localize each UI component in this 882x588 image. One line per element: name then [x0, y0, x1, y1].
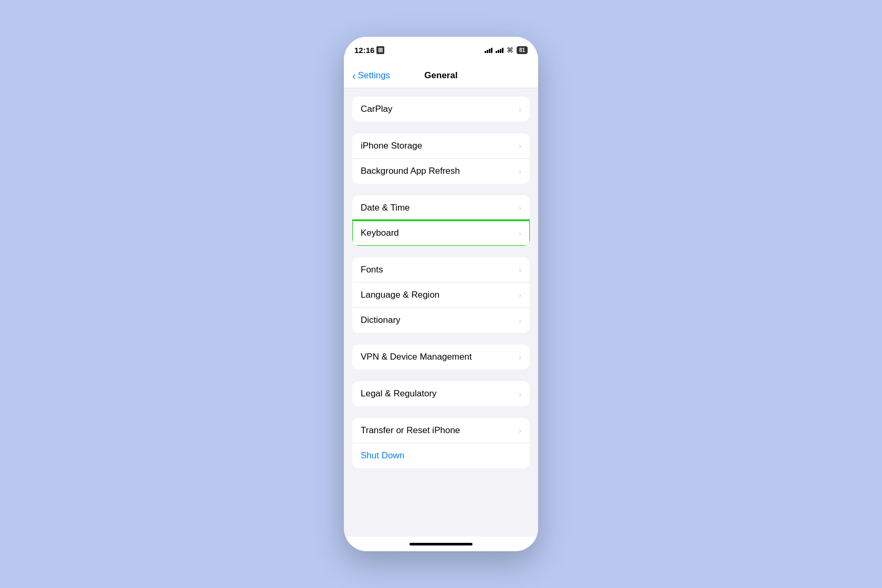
section-group-legal: Legal & Regulatory›: [352, 381, 530, 406]
signal-bar-6: [498, 50, 499, 53]
signal-bar-8: [502, 48, 503, 53]
nav-bar: ‹ Settings General: [344, 63, 538, 88]
row-iphone-storage[interactable]: iPhone Storage›: [352, 133, 530, 159]
chevron-right-icon: ›: [519, 203, 521, 212]
row-label: CarPlay: [361, 104, 392, 114]
row-dictionary[interactable]: Dictionary›: [352, 308, 530, 333]
row-background-app-refresh[interactable]: Background App Refresh›: [352, 159, 530, 184]
chevron-right-icon: ›: [519, 105, 521, 114]
signal-icon: [485, 47, 492, 53]
chevron-right-icon: ›: [519, 167, 521, 176]
row-carplay[interactable]: CarPlay›: [352, 97, 530, 122]
lock-icon: ⊞: [376, 46, 384, 54]
chevron-right-icon: ›: [519, 290, 521, 299]
row-keyboard[interactable]: Keyboard›: [352, 220, 530, 246]
row-label: Background App Refresh: [361, 166, 460, 176]
chevron-right-icon: ›: [519, 316, 521, 325]
row-label: Date & Time: [361, 203, 410, 213]
signal-icon-2: [496, 47, 503, 53]
signal-bar-4: [491, 48, 492, 53]
back-button[interactable]: ‹ Settings: [352, 70, 390, 81]
chevron-right-icon: ›: [519, 353, 521, 362]
signal-bar-1: [485, 51, 486, 53]
row-date-and-time[interactable]: Date & Time›: [352, 195, 530, 220]
signal-bar-3: [489, 49, 490, 53]
row-label: Shut Down: [361, 450, 404, 461]
back-chevron-icon: ‹: [352, 70, 356, 81]
scroll-content[interactable]: CarPlay›iPhone Storage›Background App Re…: [344, 88, 538, 537]
row-label: Transfer or Reset iPhone: [361, 425, 460, 436]
wifi-icon: ⌘: [507, 46, 513, 54]
status-time: 12:16 ⊞: [354, 46, 384, 55]
section-group-reset: Transfer or Reset iPhone›Shut Down: [352, 418, 530, 468]
section-group-storage: iPhone Storage›Background App Refresh›: [352, 133, 530, 184]
row-legal-and-regulatory[interactable]: Legal & Regulatory›: [352, 381, 530, 406]
time-label: 12:16: [354, 46, 374, 55]
chevron-right-icon: ›: [519, 141, 521, 150]
status-icons: ⌘ 81: [485, 46, 528, 54]
status-bar: 12:16 ⊞ ⌘ 81: [344, 37, 538, 63]
signal-bar-2: [487, 50, 488, 53]
section-group-datetime: Date & Time›Keyboard›: [352, 195, 530, 246]
row-label: Fonts: [361, 265, 383, 275]
battery-level: 81: [519, 47, 525, 53]
row-fonts[interactable]: Fonts›: [352, 257, 530, 282]
signal-bar-7: [500, 49, 501, 53]
row-shut-down[interactable]: Shut Down: [352, 443, 530, 468]
battery-icon: 81: [517, 46, 528, 54]
row-transfer-or-reset-iphone[interactable]: Transfer or Reset iPhone›: [352, 418, 530, 443]
row-label: VPN & Device Management: [361, 352, 472, 362]
row-vpn-and-device-management[interactable]: VPN & Device Management›: [352, 344, 530, 370]
section-group-vpn: VPN & Device Management›: [352, 344, 530, 370]
row-language-and-region[interactable]: Language & Region›: [352, 282, 530, 308]
chevron-right-icon: ›: [519, 229, 521, 238]
row-label: iPhone Storage: [361, 141, 422, 151]
page-title: General: [424, 70, 457, 81]
chevron-right-icon: ›: [519, 265, 521, 274]
home-bar: [410, 543, 472, 545]
row-label: Legal & Regulatory: [361, 388, 437, 399]
home-indicator: [344, 537, 538, 551]
section-group-carplay: CarPlay›: [352, 97, 530, 122]
signal-bar-5: [496, 51, 497, 53]
row-label: Dictionary: [361, 315, 401, 326]
chevron-right-icon: ›: [519, 390, 521, 398]
section-group-language: Fonts›Language & Region›Dictionary›: [352, 257, 530, 333]
row-label: Language & Region: [361, 290, 439, 300]
phone-container: 12:16 ⊞ ⌘ 81 ‹ Settings: [344, 37, 538, 551]
back-label: Settings: [358, 70, 390, 81]
chevron-right-icon: ›: [519, 426, 521, 435]
row-label: Keyboard: [361, 228, 399, 238]
